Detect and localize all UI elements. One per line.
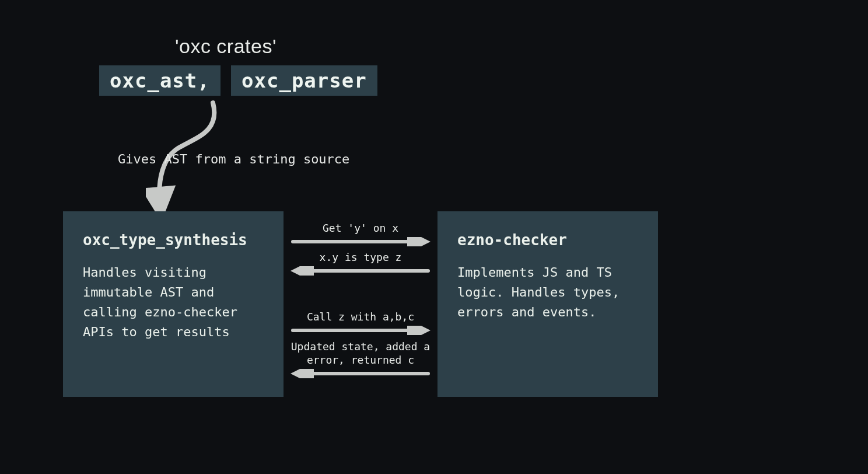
box-ezno-checker: ezno-checker Implements JS and TS logic.…	[438, 211, 658, 397]
arrow-right-icon	[290, 326, 430, 335]
arrow-left-icon	[290, 266, 430, 276]
box-oxc-type-synthesis: oxc_type_synthesis Handles visiting immu…	[63, 211, 284, 397]
box-right-title: ezno-checker	[457, 231, 642, 249]
arrow-label-get-y: Get 'y' on x	[290, 222, 430, 234]
box-right-body: Implements JS and TS logic. Handles type…	[457, 263, 642, 322]
ast-arrow-caption: Gives AST from a string source	[118, 152, 349, 166]
arrow-right-icon	[290, 237, 430, 246]
box-left-title: oxc_type_synthesis	[83, 231, 267, 249]
arrow-label-xy-type-z: x.y is type z	[290, 251, 430, 263]
crate-badge-oxc-parser: oxc_parser	[231, 65, 377, 96]
arrow-label-call-z: Call z with a,b,c	[290, 311, 430, 323]
arrow-left-icon	[290, 369, 430, 378]
arrow-label-updated-state: Updated state, added a error, returned c	[290, 340, 430, 367]
crate-badge-oxc-ast: oxc_ast,	[99, 65, 220, 96]
oxc-crates-title: 'oxc crates'	[175, 35, 276, 58]
box-left-body: Handles visiting immutable AST and calli…	[83, 263, 267, 342]
